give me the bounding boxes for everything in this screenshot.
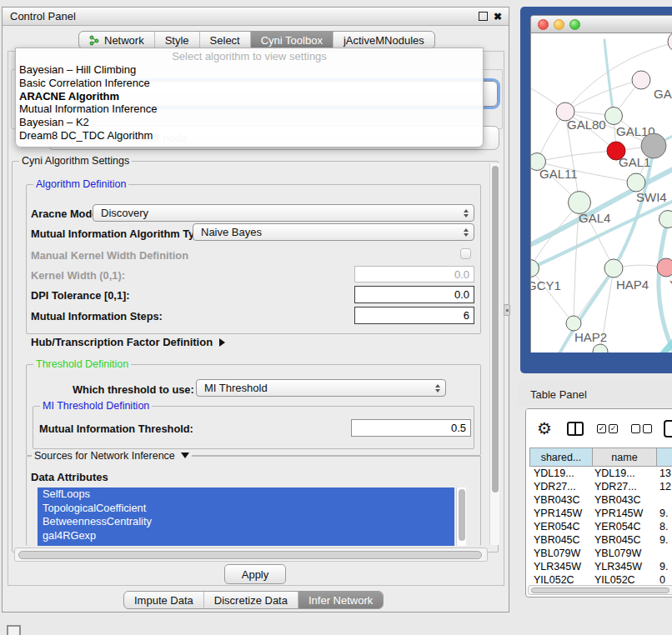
split-panel-icon[interactable] xyxy=(567,422,584,436)
which-threshold-combobox[interactable]: MI Threshold xyxy=(196,379,446,397)
table-cell: 9. xyxy=(659,534,668,546)
dropdown-placeholder: Select algorithm to view settings xyxy=(16,50,483,63)
table-cell: YDR27... xyxy=(594,481,637,492)
table-row[interactable]: YPR145WYPR145W9. xyxy=(529,507,672,520)
network-node-y[interactable] xyxy=(657,258,672,277)
tab-style[interactable]: Style xyxy=(154,32,199,48)
aracne-mode-combobox[interactable]: Discovery xyxy=(93,204,474,222)
tab-select[interactable]: Select xyxy=(199,32,250,48)
network-node-gal[interactable] xyxy=(632,71,650,89)
table-row[interactable]: YIL052CYIL052C0 xyxy=(529,573,672,583)
settings-scrollbar-thumb[interactable] xyxy=(492,166,499,492)
tab-jactivemnodules[interactable]: jActiveMNodules xyxy=(333,32,434,48)
attributes-list-scrollbar[interactable] xyxy=(456,488,466,546)
table-cell: YBL079W xyxy=(594,548,641,559)
dropdown-item[interactable]: Bayesian – K2 xyxy=(16,116,483,129)
node-label: GAL80 xyxy=(567,118,606,132)
mi-algorithm-type-combobox[interactable]: Naive Bayes xyxy=(193,223,474,241)
column-header[interactable] xyxy=(657,448,672,467)
network-node[interactable] xyxy=(668,33,672,52)
expand-collapsed-icon[interactable] xyxy=(219,338,229,347)
table-cell: YDL19... xyxy=(534,468,574,479)
panel-splitter-handle[interactable] xyxy=(504,304,510,316)
select-all-checkboxes-icon[interactable]: ✓✓ xyxy=(597,424,618,433)
table-horizontal-scrollbar[interactable] xyxy=(528,585,672,595)
network-node-swi4[interactable] xyxy=(627,173,645,192)
mutual-information-threshold-label: Mutual Information Threshold: xyxy=(39,422,193,435)
table-row[interactable]: YBL079WYBL079W xyxy=(529,547,672,560)
top-tab-bar: NetworkStyleSelectCyni ToolboxjActiveMNo… xyxy=(78,31,435,49)
network-canvas[interactable]: GALGAL80GAL10GAL1GAL11SWI4GAL4GCY1HAP4YH… xyxy=(531,33,672,352)
zoom-traffic-light-icon[interactable] xyxy=(569,19,580,30)
mi-algorithm-type-value: Naive Bayes xyxy=(201,226,262,238)
tab-label: Infer Network xyxy=(308,594,373,607)
node-label: GAL11 xyxy=(539,167,578,181)
data-attributes-label: Data Attributes xyxy=(31,471,108,483)
dropdown-item[interactable]: Dream8 DC_TDC Algorithm xyxy=(16,129,483,142)
bottom-tab-bar: Impute DataDiscretize DataInfer Network xyxy=(123,591,384,609)
network-node[interactable] xyxy=(641,133,666,158)
column-header[interactable]: name xyxy=(593,448,657,467)
settings-vertical-scrollbar[interactable] xyxy=(489,163,499,545)
horizontal-scrollbar-thumb[interactable] xyxy=(18,551,482,559)
minimized-panel-icon[interactable] xyxy=(7,625,21,635)
deselect-all-checkboxes-icon[interactable] xyxy=(631,424,652,433)
table-options-icon[interactable] xyxy=(664,420,672,438)
table-panel-header: Table Panel xyxy=(517,382,672,407)
dropdown-item[interactable]: Mutual Information Inference xyxy=(16,102,483,116)
table-cell: YIL052C xyxy=(594,574,635,583)
table-row[interactable]: YBR043CYBR043C xyxy=(529,493,672,507)
network-node[interactable] xyxy=(593,344,608,352)
attribute-list-item[interactable]: TopologicalCoefficient xyxy=(38,502,454,516)
table-row[interactable]: YBR045CYBR045C9. xyxy=(529,533,672,547)
attribute-list-item[interactable]: BetweennessCentrality xyxy=(38,515,454,529)
expand-expanded-icon[interactable] xyxy=(181,452,189,462)
network-node[interactable] xyxy=(659,211,672,228)
gear-icon[interactable]: ⚙ xyxy=(537,420,552,437)
data-attributes-list[interactable]: SelfLoopsTopologicalCoefficientBetweenne… xyxy=(38,488,454,546)
dropdown-item[interactable]: Bayesian – Hill Climbing xyxy=(16,63,483,77)
table-cell: YBR045C xyxy=(594,534,641,546)
tab-cyni-toolbox[interactable]: Cyni Toolbox xyxy=(250,32,333,48)
table-row[interactable]: YLR345WYLR345W9. xyxy=(529,560,672,573)
attribute-list-item[interactable]: gal4RGexp xyxy=(38,529,454,543)
minimize-traffic-light-icon[interactable] xyxy=(554,19,564,30)
network-node-hap4[interactable] xyxy=(604,259,623,278)
dropdown-item[interactable]: ARACNE Algorithm xyxy=(16,90,483,103)
table-row[interactable]: YDL19...YDL19...13 xyxy=(529,467,672,480)
hub-transcription-section-toggle[interactable]: Hub/Transcription Factor Definition xyxy=(31,336,229,348)
tab-network[interactable]: Network xyxy=(79,32,154,48)
apply-button[interactable]: Apply xyxy=(224,564,286,584)
network-node-gcy1[interactable] xyxy=(531,260,539,278)
network-node-hap2[interactable] xyxy=(566,316,581,331)
tab-discretize-data[interactable]: Discretize Data xyxy=(203,592,298,608)
dropdown-item[interactable]: Basic Correlation Inference xyxy=(16,77,483,90)
column-header[interactable]: shared... xyxy=(529,448,593,467)
cyni-algorithm-settings-title: Cyni Algorithm Settings xyxy=(19,155,132,167)
spinner-arrows-icon xyxy=(464,228,469,237)
network-tab-icon xyxy=(89,35,100,46)
mutual-information-threshold-field[interactable]: 0.5 xyxy=(351,419,471,437)
table-row[interactable]: YDR27...YDR27...12 xyxy=(529,480,672,493)
algorithm-dropdown-list: Bayesian – Hill ClimbingBasic Correlatio… xyxy=(16,63,483,142)
tab-infer-network[interactable]: Infer Network xyxy=(298,592,383,608)
float-window-button[interactable] xyxy=(479,12,488,21)
network-node-gal10[interactable] xyxy=(605,108,623,125)
close-traffic-light-icon[interactable] xyxy=(538,19,549,30)
attributes-scrollbar-thumb[interactable] xyxy=(459,489,465,541)
settings-horizontal-scrollbar[interactable] xyxy=(14,548,488,562)
table-cell: YDR27... xyxy=(534,481,576,492)
attribute-list-item[interactable]: SelfLoops xyxy=(38,488,454,502)
tab-impute-data[interactable]: Impute Data xyxy=(124,592,203,608)
network-window-titlebar[interactable] xyxy=(531,16,672,33)
table-row[interactable]: YER054CYER054C8. xyxy=(529,520,672,533)
close-window-icon[interactable]: ✖ xyxy=(494,12,502,21)
kernel-width-label: Kernel Width (0,1): xyxy=(31,269,125,282)
manual-kernel-width-checkbox[interactable] xyxy=(460,248,471,259)
mi-steps-field[interactable]: 6 xyxy=(354,307,474,324)
dpi-tolerance-field[interactable]: 0.0 xyxy=(354,286,474,303)
algorithm-definition-title: Algorithm Definition xyxy=(33,178,128,190)
spinner-arrows-icon xyxy=(435,384,440,392)
sources-title[interactable]: Sources for Network Inference xyxy=(32,450,192,462)
table-hscrollbar-thumb[interactable] xyxy=(531,588,669,593)
